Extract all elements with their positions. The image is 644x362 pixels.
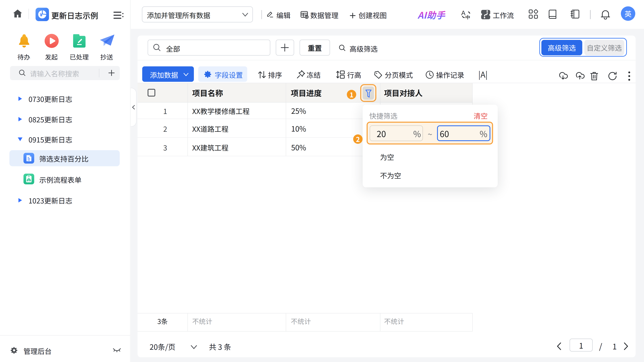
svg-text:中: 中 (466, 13, 470, 19)
svg-text:¥: ¥ (40, 12, 42, 17)
svg-text:A: A (461, 9, 466, 16)
